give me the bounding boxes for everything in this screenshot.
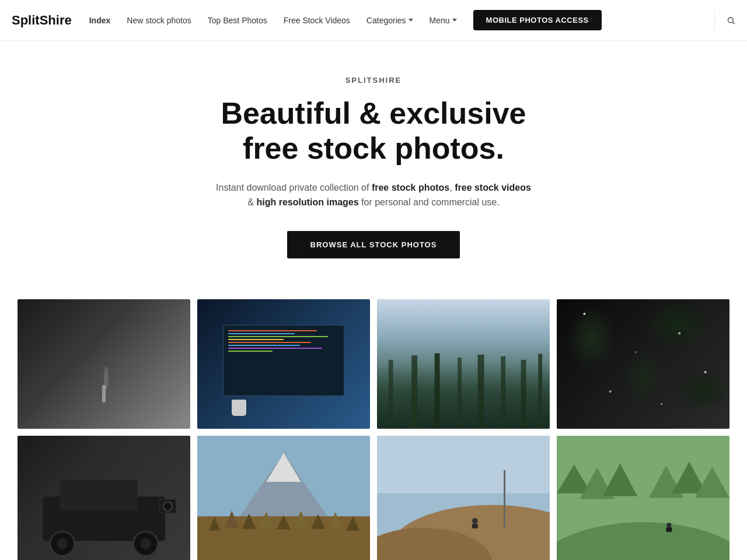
hero-brand-label: SPLITSHIRE <box>12 76 735 85</box>
svg-rect-34 <box>377 436 550 494</box>
svg-point-36 <box>472 518 478 524</box>
svg-rect-35 <box>504 470 505 528</box>
svg-rect-4 <box>435 353 440 428</box>
svg-rect-11 <box>60 480 137 510</box>
trees-svg <box>377 351 550 429</box>
navigation: SplitShire Index New stock photos Top Be… <box>0 0 747 41</box>
nav-link-menu[interactable]: Menu <box>430 16 457 25</box>
svg-rect-8 <box>521 359 526 428</box>
forest-svg <box>557 436 729 560</box>
chevron-down-icon <box>452 19 457 22</box>
nav-link-free-videos[interactable]: Free Stock Videos <box>284 16 350 25</box>
jeep-svg <box>26 468 181 558</box>
hero-subtitle: Instant download private collection of f… <box>12 180 735 210</box>
mug-decoration <box>232 400 246 416</box>
photo-grid-row1 <box>0 288 747 436</box>
mountain-svg <box>197 436 370 560</box>
nav-link-index[interactable]: Index <box>89 16 111 25</box>
browse-all-button[interactable]: BROWSE ALL STOCK PHOTOS <box>287 231 460 258</box>
svg-rect-47 <box>666 527 672 532</box>
mobile-access-button[interactable]: MOBILE PHOTOS ACCESS <box>473 10 602 30</box>
svg-rect-9 <box>538 354 542 429</box>
svg-rect-3 <box>411 355 417 429</box>
hero-section: SPLITSHIRE Beautiful & exclusive free st… <box>0 41 747 288</box>
chevron-down-icon <box>409 19 413 22</box>
photo-mountain-trees[interactable] <box>197 436 370 560</box>
svg-rect-37 <box>472 524 478 528</box>
svg-point-15 <box>140 538 151 550</box>
svg-rect-2 <box>389 359 393 428</box>
photo-jeep[interactable] <box>18 436 190 560</box>
stars-decoration <box>557 299 729 429</box>
photo-dark-leaves[interactable] <box>557 299 729 429</box>
figure-decoration <box>102 385 106 402</box>
nav-link-categories[interactable]: Categories <box>366 16 413 25</box>
photo-foggy-person[interactable] <box>18 299 190 429</box>
site-logo[interactable]: SplitShire <box>12 13 72 28</box>
svg-line-1 <box>732 22 734 23</box>
photo-grid-row2 <box>0 436 747 560</box>
svg-point-0 <box>728 18 734 23</box>
search-button[interactable] <box>714 10 735 31</box>
nav-links: Index New stock photos Top Best Photos F… <box>89 10 703 30</box>
svg-rect-6 <box>478 355 484 429</box>
svg-rect-5 <box>458 358 462 429</box>
svg-point-17 <box>163 502 172 511</box>
photo-forest-biker[interactable] <box>557 436 729 560</box>
svg-point-14 <box>57 538 68 550</box>
nav-link-new-stock[interactable]: New stock photos <box>127 16 191 25</box>
screen-decoration <box>223 325 344 396</box>
svg-point-46 <box>666 523 671 527</box>
photo-hills-biker[interactable] <box>377 436 550 560</box>
code-lines <box>224 326 343 356</box>
photo-laptop-code[interactable] <box>197 299 370 429</box>
photo-misty-forest[interactable] <box>377 299 550 429</box>
hero-title: Beautiful & exclusive free stock photos. <box>12 96 735 166</box>
search-icon <box>727 15 735 26</box>
nav-link-top-best[interactable]: Top Best Photos <box>208 16 267 25</box>
svg-rect-7 <box>501 356 505 428</box>
hills-svg <box>377 436 550 560</box>
